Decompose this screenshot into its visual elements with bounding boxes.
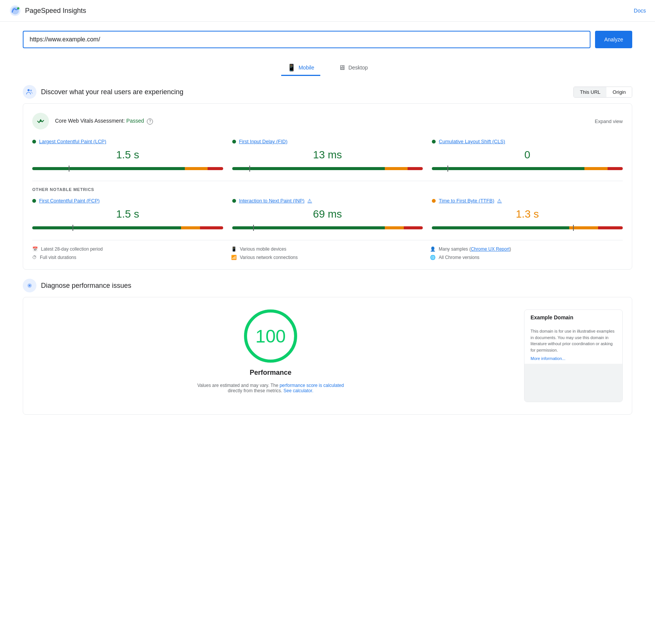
cls-bar-red [608,167,623,170]
cls-bar-orange [584,167,607,170]
lcp-bar-green [32,167,185,170]
ttfb-bar-pointer [573,225,574,231]
fcp-label[interactable]: First Contentful Paint (FCP) [32,198,223,204]
fcp-dot [32,199,36,203]
cls-label[interactable]: Cumulative Layout Shift (CLS) [432,139,623,144]
perf-note: Values are estimated and may vary. The p… [195,383,346,393]
chrome-ux-link[interactable]: Chrome UX Report [471,246,510,252]
toggle-this-url[interactable]: This URL [574,87,606,97]
footer-collection-period: 📅 Latest 28-day collection period [32,246,225,252]
fid-dot [232,140,236,144]
desktop-icon: 🖥 [339,64,345,72]
fid-label[interactable]: First Input Delay (FID) [232,139,423,144]
footer-network: 📶 Various network connections [231,255,424,260]
field-data-header: Discover what your real users are experi… [23,85,632,99]
cls-bar-green [432,167,584,170]
svg-point-4 [30,90,32,92]
network-icon: 📶 [231,255,237,260]
screenshot-more-link[interactable]: More information... [524,356,622,361]
score-number: 100 [255,326,286,347]
field-data-title: Discover what your real users are experi… [23,85,183,99]
screenshot-body [524,364,622,402]
fid-bar-orange [385,167,408,170]
tab-desktop[interactable]: 🖥 Desktop [332,60,374,76]
timer-icon: ⏱ [32,255,37,260]
app-title: PageSpeed Insights [25,7,86,15]
metric-ttfb: Time to First Byte (TTFB) ⚠ 1.3 s [432,198,623,231]
footer-mobile-devices: 📱 Various mobile devices [231,246,424,252]
tab-desktop-label: Desktop [348,65,368,71]
search-bar: Analyze [23,31,632,48]
footer-samples: 👤 Many samples (Chrome UX Report) [430,246,623,252]
url-origin-toggle: This URL Origin [573,87,632,98]
inp-bar-pointer [253,225,254,231]
performance-content: 100 Performance Values are estimated and… [32,309,623,402]
inp-bar-red [404,226,423,229]
perf-score-link[interactable]: performance score is calculated [280,383,344,388]
search-section: Analyze [0,22,655,54]
ttfb-dot [432,199,436,203]
url-input[interactable] [23,31,590,48]
docs-link[interactable]: Docs [634,8,646,14]
other-metrics-label: OTHER NOTABLE METRICS [32,187,623,192]
analyze-button[interactable]: Analyze [595,31,632,48]
svg-point-3 [28,89,30,92]
ttfb-warn-icon: ⚠ [497,198,502,204]
inp-dot [232,199,236,203]
fid-bar-green [232,167,385,170]
footer-chrome-versions: 🌐 All Chrome versions [430,255,623,260]
header: PageSpeed Insights Docs [0,0,655,22]
score-label: Performance [250,369,291,377]
screenshot-text: This domain is for use in illustrative e… [524,325,622,356]
fcp-bar-orange [181,226,200,229]
toggle-origin[interactable]: Origin [606,87,632,97]
ttfb-bar [432,226,623,229]
fid-bar-red [408,167,423,170]
ttfb-value: 1.3 s [432,205,623,223]
mobile-icon: 📱 [287,63,296,72]
lcp-bar [32,167,223,170]
lcp-dot [32,140,36,144]
header-left: PageSpeed Insights [9,5,86,17]
cwv-header: Core Web Vitals Assessment: Passed ? Exp… [32,113,623,129]
cwv-icon [32,113,49,129]
inp-label[interactable]: Interaction to Next Paint (INP) ⚠ [232,198,423,204]
screenshot-title: Example Domain [524,310,622,325]
fcp-value: 1.5 s [32,205,223,223]
diagnose-icon [23,279,36,292]
other-metrics-grid: First Contentful Paint (FCP) 1.5 s [32,198,623,231]
diagnose-header: Diagnose performance issues [23,279,632,292]
screenshot-card: Example Domain This domain is for use in… [524,309,623,402]
fid-value: 13 ms [232,146,423,164]
fcp-bar [32,226,223,229]
lcp-label[interactable]: Largest Contentful Paint (LCP) [32,139,223,144]
inp-bar-orange [385,226,404,229]
field-data-title-text: Discover what your real users are experi… [41,88,183,96]
core-metrics-grid: Largest Contentful Paint (LCP) 1.5 s Fir… [32,139,623,172]
cwv-title-area: Core Web Vitals Assessment: Passed ? [32,113,153,129]
pagespeed-logo [9,5,21,17]
tab-mobile[interactable]: 📱 Mobile [281,60,320,76]
diagnose-title-text: Diagnose performance issues [41,282,131,290]
users-icon [23,85,36,99]
cwv-info-icon[interactable]: ? [147,118,153,125]
cls-bar-segments [432,167,623,170]
score-circle: 100 [244,309,297,363]
cls-value: 0 [432,146,623,164]
device-tabs: 📱 Mobile 🖥 Desktop [0,60,655,76]
calculator-link[interactable]: See calculator. [283,388,313,393]
tab-mobile-label: Mobile [299,65,314,71]
expand-view-button[interactable]: Expand view [595,118,623,124]
performance-card: 100 Performance Values are estimated and… [23,297,632,415]
footer-col-3: 👤 Many samples (Chrome UX Report) 🌐 All … [430,246,623,260]
ttfb-label[interactable]: Time to First Byte (TTFB) ⚠ [432,198,623,204]
samples-icon: 👤 [430,246,436,252]
svg-point-6 [40,120,41,122]
inp-warn-icon: ⚠ [307,198,312,204]
metric-fcp: First Contentful Paint (FCP) 1.5 s [32,198,223,231]
ttfb-bar-red [598,226,623,229]
chrome-icon: 🌐 [430,255,436,260]
footer-col-2: 📱 Various mobile devices 📶 Various netwo… [231,246,424,260]
cwv-status: Passed [126,118,144,124]
fid-bar-segments [232,167,423,170]
